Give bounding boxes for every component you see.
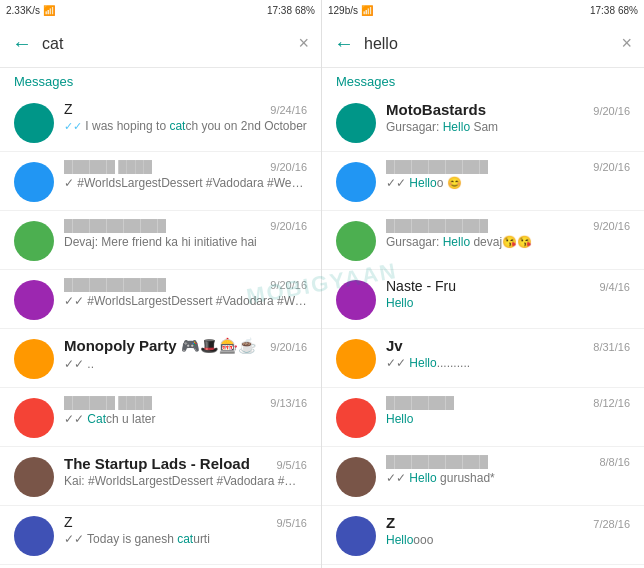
- left-message-item-5[interactable]: Monopoly Party 🎮🎩🎰☕ 9/20/16 ✓✓ ..: [0, 329, 321, 388]
- right-message-header-7: ████████████ 8/8/16: [386, 455, 630, 469]
- right-message-item-4[interactable]: Naste - Fru 9/4/16 Hello: [322, 270, 644, 329]
- right-message-item-6[interactable]: ████████ 8/12/16 Hello: [322, 388, 644, 447]
- right-avatar-2: [336, 162, 376, 202]
- right-network-speed: 129b/s: [328, 5, 358, 16]
- right-contact-name-4: Naste - Fru: [386, 278, 456, 294]
- right-icons: 📶: [361, 5, 373, 16]
- left-message-item-6[interactable]: ██████ ████ 9/13/16 ✓✓ Catch u later: [0, 388, 321, 447]
- left-message-header-5: Monopoly Party 🎮🎩🎰☕ 9/20/16: [64, 337, 307, 355]
- right-message-content-8: Z 7/28/16 Helloooo: [386, 514, 630, 547]
- left-message-item-3[interactable]: ████████████ 9/20/16 Devaj: Mere friend …: [0, 211, 321, 270]
- right-highlight-3: Hello: [443, 235, 470, 249]
- right-message-item-5[interactable]: Jv 8/31/16 ✓✓ Hello..........: [322, 329, 644, 388]
- left-date-8: 9/5/16: [276, 517, 307, 529]
- left-preview-7: Kai: #WorldsLargestDessert #Vadodara #We…: [64, 474, 307, 488]
- right-message-header-2: ████████████ 9/20/16: [386, 160, 630, 174]
- right-clear-button[interactable]: ×: [621, 33, 632, 54]
- left-message-item-4[interactable]: ████████████ 9/20/16 ✓✓ #WorldsLargestDe…: [0, 270, 321, 329]
- left-message-item-8[interactable]: Z 9/5/16 ✓✓ Today is ganesh caturti: [0, 506, 321, 565]
- right-back-button[interactable]: ←: [334, 32, 354, 55]
- left-battery: 68%: [295, 5, 315, 16]
- right-preview-3: Gursagar: Hello devaj😘😘: [386, 235, 630, 249]
- right-panel: 129b/s 📶 17:38 68% ← × Messages MotoB: [322, 0, 644, 568]
- right-status-left: 129b/s 📶: [328, 5, 373, 16]
- left-search-bar: ← ×: [0, 20, 321, 68]
- right-message-content-6: ████████ 8/12/16 Hello: [386, 396, 630, 426]
- right-message-content-3: ████████████ 9/20/16 Gursagar: Hello dev…: [386, 219, 630, 249]
- right-message-header-1: MotoBastards 9/20/16: [386, 101, 630, 118]
- right-avatar-1: [336, 103, 376, 143]
- right-avatar-5: [336, 339, 376, 379]
- right-message-item-2[interactable]: ████████████ 9/20/16 ✓✓ Helloo 😊: [322, 152, 644, 211]
- left-message-item-2[interactable]: ██████ ████ 9/20/16 ✓ #WorldsLargestDess…: [0, 152, 321, 211]
- right-message-header-4: Naste - Fru 9/4/16: [386, 278, 630, 294]
- left-message-content-4: ████████████ 9/20/16 ✓✓ #WorldsLargestDe…: [64, 278, 307, 308]
- left-panel: 2.33K/s 📶 17:38 68% ← × Messages Z: [0, 0, 322, 568]
- left-status-left: 2.33K/s 📶: [6, 5, 55, 16]
- left-date-7: 9/5/16: [276, 459, 307, 471]
- left-contact-name-2: ██████ ████: [64, 160, 152, 174]
- left-preview-2: ✓ #WorldsLargestDessert #Vadodara #WeCan…: [64, 176, 307, 190]
- left-contact-name-7: The Startup Lads - Reload: [64, 455, 250, 472]
- right-message-item-1[interactable]: MotoBastards 9/20/16 Gursagar: Hello Sam: [322, 93, 644, 152]
- right-contact-name-6: ████████: [386, 396, 454, 410]
- right-contact-name-8: Z: [386, 514, 395, 531]
- right-message-item-8[interactable]: Z 7/28/16 Helloooo: [322, 506, 644, 565]
- right-date-2: 9/20/16: [593, 161, 630, 173]
- left-date-5: 9/20/16: [270, 341, 307, 353]
- right-search-input[interactable]: [364, 35, 611, 53]
- left-message-header-1: Z 9/24/16: [64, 101, 307, 117]
- right-avatar-3: [336, 221, 376, 261]
- right-message-content-4: Naste - Fru 9/4/16 Hello: [386, 278, 630, 310]
- left-message-content-2: ██████ ████ 9/20/16 ✓ #WorldsLargestDess…: [64, 160, 307, 190]
- left-message-header-6: ██████ ████ 9/13/16: [64, 396, 307, 410]
- right-avatar-4: [336, 280, 376, 320]
- left-message-item-1[interactable]: Z 9/24/16 ✓✓ I was hoping to catch you o…: [0, 93, 321, 152]
- left-preview-5: ✓✓ ..: [64, 357, 307, 371]
- left-message-header-7: The Startup Lads - Reload 9/5/16: [64, 455, 307, 472]
- right-highlight-2: Hello: [409, 176, 436, 190]
- left-highlight-6: Cat: [87, 412, 106, 426]
- right-status-bar: 129b/s 📶 17:38 68%: [322, 0, 644, 20]
- left-avatar-5: [14, 339, 54, 379]
- right-preview-8: Helloooo: [386, 533, 630, 547]
- left-date-6: 9/13/16: [270, 397, 307, 409]
- right-message-content-2: ████████████ 9/20/16 ✓✓ Helloo 😊: [386, 160, 630, 190]
- left-message-content-1: Z 9/24/16 ✓✓ I was hoping to catch you o…: [64, 101, 307, 133]
- left-message-content-5: Monopoly Party 🎮🎩🎰☕ 9/20/16 ✓✓ ..: [64, 337, 307, 371]
- left-section-label: Messages: [0, 68, 321, 93]
- right-preview-7: ✓✓ Hello gurushad*: [386, 471, 630, 485]
- left-avatar-3: [14, 221, 54, 261]
- right-avatar-7: [336, 457, 376, 497]
- right-avatar-6: [336, 398, 376, 438]
- right-contact-name-3: ████████████: [386, 219, 488, 233]
- left-contact-name-8: Z: [64, 514, 73, 530]
- right-highlight-4: Hello: [386, 296, 413, 310]
- right-contact-name-7: ████████████: [386, 455, 488, 469]
- right-search-bar: ← ×: [322, 20, 644, 68]
- right-avatar-8: [336, 516, 376, 556]
- right-date-5: 8/31/16: [593, 341, 630, 353]
- left-highlight-1: cat: [169, 119, 185, 133]
- left-back-button[interactable]: ←: [12, 32, 32, 55]
- left-contact-name-3: ████████████: [64, 219, 166, 233]
- right-message-item-3[interactable]: ████████████ 9/20/16 Gursagar: Hello dev…: [322, 211, 644, 270]
- left-search-input[interactable]: [42, 35, 288, 53]
- left-preview-8: ✓✓ Today is ganesh caturti: [64, 532, 307, 546]
- right-message-item-7[interactable]: ████████████ 8/8/16 ✓✓ Hello gurushad*: [322, 447, 644, 506]
- left-avatar-8: [14, 516, 54, 556]
- right-section-label: Messages: [322, 68, 644, 93]
- left-avatar-4: [14, 280, 54, 320]
- left-message-item-7[interactable]: The Startup Lads - Reload 9/5/16 Kai: #W…: [0, 447, 321, 506]
- left-preview-4: ✓✓ #WorldsLargestDessert #Vadodara #WeCa…: [64, 294, 307, 308]
- left-message-content-7: The Startup Lads - Reload 9/5/16 Kai: #W…: [64, 455, 307, 488]
- right-contact-name-2: ████████████: [386, 160, 488, 174]
- right-date-4: 9/4/16: [599, 281, 630, 293]
- left-contact-name-6: ██████ ████: [64, 396, 152, 410]
- left-message-header-4: ████████████ 9/20/16: [64, 278, 307, 292]
- left-clear-button[interactable]: ×: [298, 33, 309, 54]
- left-preview-1: ✓✓ I was hoping to catch you on 2nd Octo…: [64, 119, 307, 133]
- left-avatar-7: [14, 457, 54, 497]
- left-message-content-6: ██████ ████ 9/13/16 ✓✓ Catch u later: [64, 396, 307, 426]
- left-time: 17:38: [267, 5, 292, 16]
